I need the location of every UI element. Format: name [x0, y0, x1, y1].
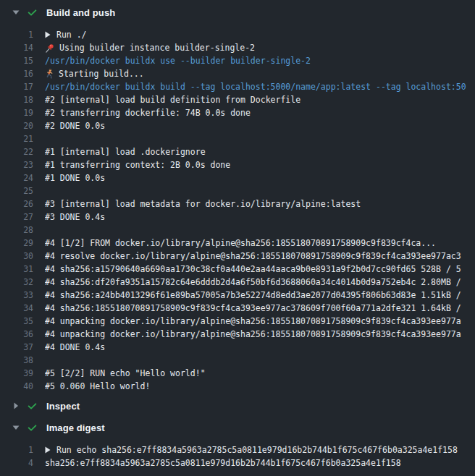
line-number[interactable]: 16 [0, 69, 45, 79]
line-text-content: Run echo sha256:e7ff8834a5963a2785c5a081… [56, 445, 458, 455]
log-group-line-text[interactable]: Run echo sha256:e7ff8834a5963a2785c5a081… [45, 445, 475, 455]
log-group-line-text[interactable]: Run ./ [45, 30, 475, 40]
expand-arrow-icon[interactable] [45, 446, 51, 454]
line-number[interactable]: 1 [0, 445, 45, 455]
line-text-content: #3 DONE 0.4s [45, 212, 105, 222]
log-line: 28 [0, 224, 475, 237]
line-text-content: Run ./ [56, 30, 87, 40]
line-text: #4 unpacking docker.io/library/alpine@sh… [45, 316, 475, 326]
line-number[interactable]: 39 [0, 368, 45, 378]
line-number[interactable]: 36 [0, 329, 45, 339]
line-text-content: #5 0.060 Hello world! [45, 381, 150, 391]
log-line: 4sha256:e7ff8834a5963a2785c5a0811e979d16… [0, 456, 475, 469]
section-header-build-and-push[interactable]: Build and push [0, 4, 475, 21]
line-number[interactable]: 24 [0, 173, 45, 183]
line-text: #4 DONE 0.4s [45, 342, 475, 352]
workflow-log-viewer: Build and push1Run ./14Using builder ins… [0, 4, 475, 469]
line-number[interactable]: 18 [0, 95, 45, 105]
line-text-content: #4 DONE 0.4s [45, 342, 105, 352]
log-line: 1Run ./ [0, 28, 475, 41]
line-number[interactable]: 30 [0, 251, 45, 261]
line-text-content: /usr/bin/docker buildx build --tag local… [45, 82, 466, 92]
line-text: #3 [internal] load metadata for docker.i… [45, 199, 475, 209]
chevron-down-icon[interactable] [12, 424, 20, 431]
log-line: 26#3 [internal] load metadata for docker… [0, 197, 475, 211]
runner-icon [45, 69, 54, 79]
line-number[interactable]: 38 [0, 355, 45, 365]
line-number[interactable]: 17 [0, 82, 45, 92]
line-text-content: sha256:e7ff8834a5963a2785c5a0811e979d16b… [45, 458, 401, 468]
line-text-content: #4 unpacking docker.io/library/alpine@sh… [45, 316, 461, 326]
line-number[interactable]: 40 [0, 381, 45, 391]
line-number[interactable]: 14 [0, 43, 45, 53]
line-text: #1 DONE 0.0s [45, 173, 475, 183]
log-section-image-digest: Image digest1Run echo sha256:e7ff8834a59… [0, 419, 475, 469]
line-number[interactable]: 33 [0, 290, 45, 300]
expand-arrow-icon[interactable] [45, 31, 51, 38]
line-text-content: #2 transferring dockerfile: 74B 0.0s don… [45, 108, 251, 118]
line-number[interactable]: 37 [0, 342, 45, 352]
log-line: 31#4 sha256:a15790640a6690aa1730c38cf0a4… [0, 263, 475, 276]
line-number[interactable]: 1 [0, 30, 45, 40]
log-line: 16Starting build... [0, 67, 475, 80]
log-line: 32#4 sha256:df20fa9351a15782c64e6dddb2d4… [0, 276, 475, 289]
line-number[interactable]: 34 [0, 303, 45, 313]
section-header-inspect[interactable]: Inspect [0, 397, 475, 415]
log-line: 21 [0, 132, 475, 145]
line-text-content: #4 unpacking docker.io/library/alpine@sh… [45, 329, 461, 339]
line-text: #4 sha256:a24bb4013296f61e89ba57005a7b3e… [45, 290, 475, 300]
line-number[interactable]: 22 [0, 147, 45, 157]
log-line: 40#5 0.060 Hello world! [0, 380, 475, 393]
line-text: #4 sha256:185518070891758909c9f839cf4ca3… [45, 303, 475, 313]
line-number[interactable]: 32 [0, 277, 45, 287]
chevron-down-icon[interactable] [12, 9, 20, 16]
chevron-right-icon[interactable] [12, 402, 20, 409]
line-text: #2 DONE 0.0s [45, 121, 475, 131]
line-text-content: #1 DONE 0.0s [45, 173, 105, 183]
line-text-content: #4 resolve docker.io/library/alpine@sha2… [45, 251, 461, 261]
line-number[interactable]: 15 [0, 56, 45, 66]
line-number[interactable]: 27 [0, 212, 45, 222]
section-log-lines: 1Run ./14Using builder instance builder-… [0, 28, 475, 393]
line-text-content: #2 DONE 0.0s [45, 121, 105, 131]
line-number[interactable]: 28 [0, 225, 45, 235]
line-number[interactable]: 31 [0, 264, 45, 274]
line-number[interactable]: 21 [0, 134, 45, 144]
pushpin-icon [45, 43, 54, 53]
line-number[interactable]: 29 [0, 238, 45, 248]
line-number[interactable]: 20 [0, 121, 45, 131]
line-text: #4 sha256:a15790640a6690aa1730c38cf0a440… [45, 264, 475, 274]
line-text: /usr/bin/docker buildx build --tag local… [45, 82, 475, 92]
line-text-content: #4 sha256:a15790640a6690aa1730c38cf0a440… [45, 264, 461, 274]
line-number[interactable]: 19 [0, 108, 45, 118]
line-text-content: #1 [internal] load .dockerignore [45, 147, 206, 157]
line-text: Starting build... [45, 69, 475, 79]
log-line: 35#4 unpacking docker.io/library/alpine@… [0, 315, 475, 328]
line-number[interactable]: 23 [0, 160, 45, 170]
line-text-content: #5 [2/2] RUN echo "Hello world!" [45, 368, 206, 378]
line-text: #1 transferring context: 2B 0.0s done [45, 160, 475, 170]
log-line: 33#4 sha256:a24bb4013296f61e89ba57005a7b… [0, 289, 475, 302]
line-text: #4 sha256:df20fa9351a15782c64e6dddb2d4a6… [45, 277, 475, 287]
section-log-lines: 1Run echo sha256:e7ff8834a5963a2785c5a08… [0, 443, 475, 469]
line-text: #4 [1/2] FROM docker.io/library/alpine@s… [45, 238, 475, 248]
log-line: 18#2 [internal] load build definition fr… [0, 93, 475, 106]
line-text: #5 [2/2] RUN echo "Hello world!" [45, 368, 475, 378]
section-title: Image digest [46, 422, 105, 433]
log-line: 22#1 [internal] load .dockerignore [0, 145, 475, 158]
line-text-content: #4 sha256:a24bb4013296f61e89ba57005a7b3e… [45, 290, 461, 300]
section-header-image-digest[interactable]: Image digest [0, 419, 475, 436]
line-text-content: #4 [1/2] FROM docker.io/library/alpine@s… [45, 238, 436, 248]
success-check-icon [27, 401, 38, 412]
log-line: 1Run echo sha256:e7ff8834a5963a2785c5a08… [0, 443, 475, 456]
line-text: #2 [internal] load build definition from… [45, 95, 475, 105]
success-check-icon [27, 422, 38, 433]
log-line: 14Using builder instance builder-single-… [0, 41, 475, 54]
log-line: 23#1 transferring context: 2B 0.0s done [0, 158, 475, 171]
line-number[interactable]: 4 [0, 458, 45, 468]
line-number[interactable]: 35 [0, 316, 45, 326]
log-line: 38 [0, 354, 475, 367]
log-line: 27#3 DONE 0.4s [0, 211, 475, 224]
line-number[interactable]: 25 [0, 186, 45, 196]
line-number[interactable]: 26 [0, 199, 45, 209]
